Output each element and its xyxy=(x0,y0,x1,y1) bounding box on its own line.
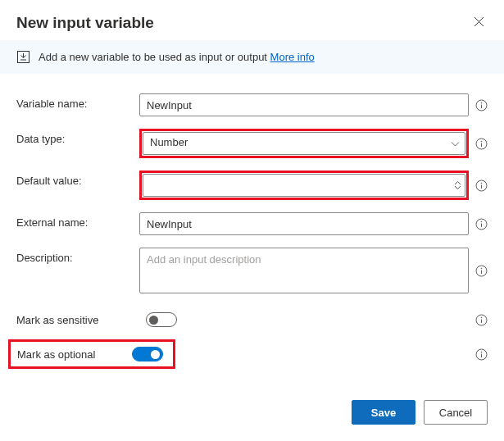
data-type-value: Number xyxy=(150,136,188,148)
close-icon xyxy=(474,16,484,27)
description-input[interactable] xyxy=(139,248,469,293)
dialog-footer: Save Cancel xyxy=(0,384,504,441)
svg-point-3 xyxy=(481,102,483,103)
label-external-name: External name: xyxy=(16,212,131,229)
new-input-variable-dialog: New input variable Add a new variable to… xyxy=(0,0,504,441)
svg-point-15 xyxy=(481,267,483,269)
banner-text: Add a new variable to be used as input o… xyxy=(39,51,315,63)
svg-point-21 xyxy=(481,351,483,352)
row-default-value: Default value: xyxy=(16,170,488,200)
save-button[interactable]: Save xyxy=(352,400,415,425)
label-data-type: Data type: xyxy=(16,129,131,145)
input-variable-icon xyxy=(16,50,30,64)
row-description: Description: xyxy=(16,248,488,293)
external-name-input[interactable] xyxy=(139,212,469,235)
info-icon[interactable] xyxy=(475,180,488,192)
row-mark-sensitive: Mark as sensitive xyxy=(16,312,488,327)
svg-point-18 xyxy=(481,316,483,318)
banner-message: Add a new variable to be used as input o… xyxy=(39,51,267,63)
label-description: Description: xyxy=(16,248,131,264)
form-body: Variable name: Data type: Number xyxy=(0,74,504,384)
dialog-header: New input variable xyxy=(0,0,504,40)
dialog-title: New input variable xyxy=(16,14,154,32)
more-info-link[interactable]: More info xyxy=(270,51,315,63)
toggle-knob xyxy=(151,350,160,359)
row-data-type: Data type: Number xyxy=(16,129,488,158)
info-icon[interactable] xyxy=(475,265,488,277)
label-mark-sensitive: Mark as sensitive xyxy=(16,314,138,326)
chevron-down-icon xyxy=(454,185,461,190)
data-type-select[interactable]: Number xyxy=(143,132,465,155)
toggle-knob xyxy=(149,316,158,325)
number-spinner[interactable] xyxy=(454,180,461,190)
close-button[interactable] xyxy=(470,13,488,32)
mark-optional-highlight: Mark as optional xyxy=(8,339,175,369)
default-value-input[interactable] xyxy=(143,174,465,197)
mark-optional-toggle[interactable] xyxy=(132,347,163,361)
row-mark-optional: Mark as optional xyxy=(8,339,488,369)
info-icon[interactable] xyxy=(475,218,488,230)
data-type-highlight: Number xyxy=(139,129,469,158)
svg-point-6 xyxy=(481,140,483,142)
variable-name-input[interactable] xyxy=(139,93,469,116)
row-variable-name: Variable name: xyxy=(16,93,488,116)
label-default-value: Default value: xyxy=(16,170,131,187)
info-icon[interactable] xyxy=(475,314,488,326)
label-variable-name: Variable name: xyxy=(16,93,131,110)
info-icon[interactable] xyxy=(475,138,488,150)
svg-point-12 xyxy=(481,220,483,222)
svg-point-9 xyxy=(481,182,483,184)
info-banner: Add a new variable to be used as input o… xyxy=(0,40,504,74)
mark-sensitive-toggle[interactable] xyxy=(146,312,177,327)
info-icon[interactable] xyxy=(475,99,488,111)
row-external-name: External name: xyxy=(16,212,488,235)
info-icon[interactable] xyxy=(475,348,488,361)
cancel-button[interactable]: Cancel xyxy=(424,400,488,425)
default-value-highlight xyxy=(139,170,469,200)
label-mark-optional: Mark as optional xyxy=(11,348,132,361)
